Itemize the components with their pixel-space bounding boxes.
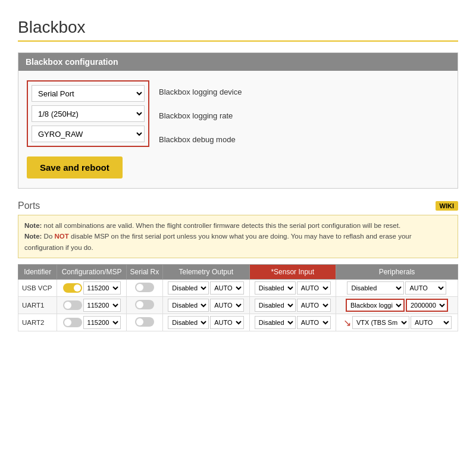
sensor-select[interactable]: DisabledGPSSONAR: [255, 316, 296, 329]
msp-toggle[interactable]: [63, 300, 82, 310]
blackbox-config-panel: Blackbox configuration Serial Port SDCAR…: [18, 52, 458, 189]
cell-sensor: DisabledGPSSONARAUTO960019200: [249, 297, 336, 314]
cell-peripherals: ↘VTX (TBS SmDisabledVTX (TBS SmAUTOAUTO1…: [336, 314, 458, 331]
table-row: UART211520057600192009600DisabledFrSkyHo…: [18, 314, 458, 331]
cell-identifier: UART2: [18, 314, 57, 331]
serial-rx-toggle[interactable]: [135, 317, 154, 327]
cell-config-msp: 11520057600192009600: [57, 297, 127, 314]
sensor-auto-select[interactable]: AUTO960019200: [297, 316, 331, 329]
logging-device-select[interactable]: Serial Port SDCARD NONE: [32, 85, 145, 102]
cell-serial-rx: [126, 297, 162, 314]
cell-sensor: DisabledGPSSONARAUTO960019200: [249, 314, 336, 331]
logging-device-label: Blackbox logging device: [159, 84, 242, 101]
cell-serial-rx: [126, 314, 162, 331]
cell-telemetry: DisabledFrSkyHoTTLTMAUTO48009600: [163, 297, 249, 314]
logging-rate-select[interactable]: 1/8 (250Hz) 1/2 (1kHz) 1/4 (500Hz) 1/16 …: [32, 105, 145, 122]
peripheral-select[interactable]: Blackbox loggiDisabledVTX (TBS Sm: [346, 299, 405, 312]
telemetry-select[interactable]: DisabledFrSkyHoTTLTM: [168, 281, 209, 295]
ports-header-row: Ports WIKI: [18, 201, 458, 211]
ports-title: Ports: [18, 201, 40, 211]
note-1: Note: not all combinations are valid. Wh…: [24, 220, 452, 231]
telemetry-auto-select[interactable]: AUTO48009600: [210, 316, 244, 329]
peripheral-select[interactable]: VTX (TBS SmDisabledVTX (TBS Sm: [352, 316, 409, 329]
ports-notes: Note: not all combinations are valid. Wh…: [18, 215, 458, 258]
msp-toggle[interactable]: [63, 283, 82, 293]
cell-telemetry: DisabledFrSkyHoTTLTMAUTO48009600: [163, 314, 249, 331]
th-config-msp: Configuration/MSP: [57, 265, 127, 280]
sensor-select[interactable]: DisabledGPSSONAR: [255, 299, 296, 312]
th-serial-rx: Serial Rx: [126, 265, 162, 280]
th-peripherals: Peripherals: [336, 265, 458, 280]
config-selects-wrapper: Serial Port SDCARD NONE 1/8 (250Hz) 1/2 …: [27, 80, 449, 148]
telemetry-select[interactable]: DisabledFrSkyHoTTLTM: [168, 299, 209, 312]
telemetry-auto-select[interactable]: AUTO48009600: [210, 299, 244, 312]
config-panel-header: Blackbox configuration: [18, 53, 458, 71]
cell-config-msp: 11520057600192009600: [57, 280, 127, 297]
cell-peripherals: Blackbox loggiDisabledVTX (TBS Sm2000000…: [336, 297, 458, 314]
th-telemetry: Telemetry Output: [163, 265, 249, 280]
selects-column: Serial Port SDCARD NONE 1/8 (250Hz) 1/2 …: [27, 80, 149, 147]
msp-speed-select[interactable]: 11520057600192009600: [83, 281, 121, 295]
cell-serial-rx: [126, 280, 162, 297]
peripheral-auto-select[interactable]: AUTOAUTO1152002000000: [405, 281, 446, 295]
wiki-badge[interactable]: WIKI: [436, 201, 458, 211]
sensor-auto-select[interactable]: AUTO960019200: [297, 299, 331, 312]
cell-telemetry: DisabledFrSkyHoTTLTMAUTO48009600: [163, 280, 249, 297]
table-header-row: Identifier Configuration/MSP Serial Rx T…: [18, 265, 458, 280]
debug-mode-label: Blackbox debug mode: [159, 131, 242, 148]
debug-mode-select[interactable]: GYRO_RAW NONE CYCLETIME BATTERY: [32, 126, 145, 142]
cell-identifier: UART1: [18, 297, 57, 314]
cell-config-msp: 11520057600192009600: [57, 314, 127, 331]
config-panel-body: Serial Port SDCARD NONE 1/8 (250Hz) 1/2 …: [18, 71, 458, 188]
cell-sensor: DisabledGPSSONARAUTO960019200: [249, 280, 336, 297]
serial-rx-toggle[interactable]: [135, 300, 154, 309]
telemetry-select[interactable]: DisabledFrSkyHoTTLTM: [168, 316, 209, 329]
title-underline: [18, 40, 458, 42]
sensor-select[interactable]: DisabledGPSSONAR: [255, 281, 296, 295]
arrow-icon: ↘: [343, 317, 351, 328]
msp-speed-select[interactable]: 11520057600192009600: [83, 316, 121, 329]
peripheral-select[interactable]: DisabledDisabledVTX (TBS Sm: [347, 281, 404, 295]
save-reboot-button[interactable]: Save and reboot: [27, 156, 123, 178]
th-sensor: *Sensor Input: [249, 265, 336, 280]
cell-identifier: USB VCP: [18, 280, 57, 297]
note-2: Note: Do NOT disable MSP on the first se…: [24, 231, 452, 253]
th-identifier: Identifier: [18, 265, 57, 280]
peripheral-auto-select[interactable]: 2000000AUTO1152002000000: [406, 299, 448, 312]
table-row: UART111520057600192009600DisabledFrSkyHo…: [18, 297, 458, 314]
msp-toggle[interactable]: [63, 318, 82, 327]
telemetry-auto-select[interactable]: AUTO48009600: [210, 281, 244, 295]
table-row: USB VCP11520057600192009600DisabledFrSky…: [18, 280, 458, 297]
ports-table: Identifier Configuration/MSP Serial Rx T…: [18, 264, 458, 331]
cell-peripherals: DisabledDisabledVTX (TBS SmAUTOAUTO11520…: [336, 280, 458, 297]
msp-speed-select[interactable]: 11520057600192009600: [83, 299, 121, 312]
page-title: Blackbox: [18, 18, 458, 37]
peripheral-auto-select[interactable]: AUTOAUTO1152002000000: [411, 316, 452, 329]
labels-column: Blackbox logging device Blackbox logging…: [159, 80, 242, 148]
serial-rx-toggle[interactable]: [135, 283, 154, 292]
logging-rate-label: Blackbox logging rate: [159, 108, 242, 124]
sensor-auto-select[interactable]: AUTO960019200: [297, 281, 331, 295]
